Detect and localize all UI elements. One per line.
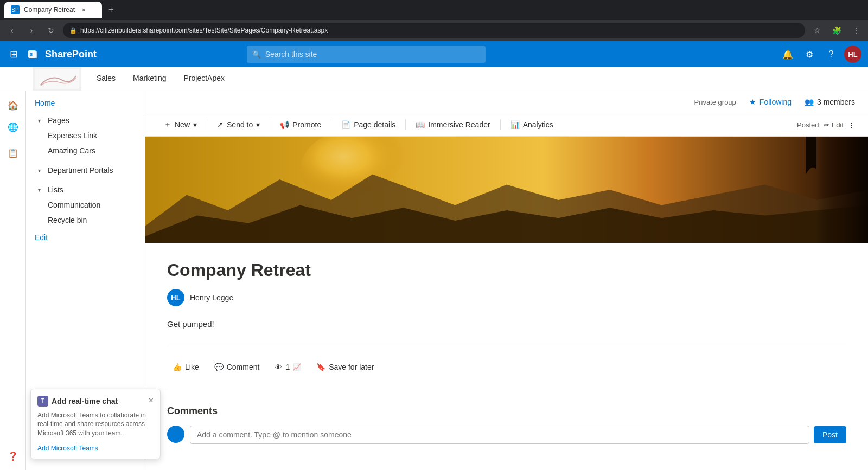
new-label: New <box>175 120 190 129</box>
edit-button[interactable]: ✏ Edit <box>824 121 844 129</box>
pages-collapse-icon: ▾ <box>35 116 43 125</box>
save-for-later-label: Save for later <box>329 363 374 371</box>
nav-edit-link[interactable]: Edit <box>26 230 145 245</box>
private-group-label: Private group <box>694 98 736 106</box>
nav-section-dept: ▾ Department Portals <box>26 160 145 180</box>
promote-button[interactable]: 📢 Promote <box>275 118 327 131</box>
cmd-sep4 <box>405 119 406 130</box>
analytics-label: Analytics <box>523 120 553 129</box>
hero-image <box>145 137 868 243</box>
lists-collapse-icon: ▾ <box>35 185 43 194</box>
save-for-later-button[interactable]: 🔖 Save for later <box>311 359 379 375</box>
notification-icon[interactable]: 🔔 <box>779 46 796 63</box>
like-label: Like <box>185 363 199 371</box>
send-to-button[interactable]: ↗ Send to ▾ <box>212 118 265 131</box>
url-text: https://citizenbuilders.sharepoint.com/s… <box>80 27 328 34</box>
following-button[interactable]: ★ Following <box>745 95 796 108</box>
comments-section: Comments Post <box>167 397 846 453</box>
chat-body-text: Add Microsoft Teams to collaborate in re… <box>37 411 154 438</box>
hero-mountains-svg <box>145 137 868 243</box>
cmd-sep3 <box>331 119 331 130</box>
back-button[interactable]: ‹ <box>4 23 20 38</box>
views-button[interactable]: 👁 1 📈 <box>269 359 307 375</box>
content-top-bar: Private group ★ Following 👥 3 members <box>145 91 868 113</box>
search-input[interactable] <box>265 50 480 59</box>
more-edit-icon[interactable]: ⋮ <box>848 121 855 129</box>
sidebar-icon-rail: 🏠 🌐 📋 ❓ <box>0 91 26 470</box>
analytics-icon: 📊 <box>510 120 520 129</box>
bookmark-button[interactable]: ☆ <box>809 23 825 38</box>
promote-icon: 📢 <box>280 120 289 129</box>
star-icon: ★ <box>749 98 756 106</box>
sub-nav-marketing[interactable]: Marketing <box>124 67 175 91</box>
dept-label: Department Portals <box>48 166 113 175</box>
page-details-icon: 📄 <box>341 120 350 129</box>
nav-sub-amazing-cars[interactable]: Amazing Cars <box>26 143 145 158</box>
page-details-button[interactable]: 📄 Page details <box>336 118 401 131</box>
thumbs-up-icon: 👍 <box>173 363 182 371</box>
commenter-avatar <box>167 426 184 443</box>
settings-icon[interactable]: ⚙ <box>801 46 818 63</box>
immersive-reader-button[interactable]: 📖 Immersive Reader <box>410 118 495 131</box>
author-row: HL Henry Legge <box>167 289 846 306</box>
divider-bottom <box>167 388 846 388</box>
forward-button[interactable]: › <box>24 23 39 38</box>
reader-icon: 📖 <box>416 120 425 129</box>
question-icon[interactable]: ❓ <box>3 446 23 466</box>
browser-chrome: SP Company Retreat ✕ + <box>0 0 868 20</box>
comment-input-wrapper: Post <box>190 426 846 444</box>
new-button[interactable]: ＋ New ▾ <box>158 118 202 132</box>
cmd-sep2 <box>270 119 270 130</box>
members-button[interactable]: 👥 3 members <box>805 98 855 106</box>
nav-item-pages[interactable]: ▾ Pages <box>26 113 145 128</box>
cmd-sep5 <box>500 119 501 130</box>
posted-label: Posted <box>797 121 819 129</box>
like-button[interactable]: 👍 Like <box>167 359 205 375</box>
site-logo-img <box>35 69 79 89</box>
views-eye-icon: 👁 <box>275 363 282 371</box>
nav-sub-expenses[interactable]: Expenses Link <box>26 128 145 143</box>
new-dropdown-icon: ▾ <box>193 120 197 129</box>
chat-close-icon[interactable]: × <box>149 396 154 405</box>
comment-input[interactable] <box>190 426 809 444</box>
sub-nav-projectapex[interactable]: ProjectApex <box>175 67 233 91</box>
author-name: Henry Legge <box>190 293 233 302</box>
nav-item-home[interactable]: Home <box>26 95 145 111</box>
search-box[interactable]: 🔍 <box>247 46 486 63</box>
header-actions: 🔔 ⚙ ? HL <box>779 46 861 63</box>
browser-tab[interactable]: SP Company Retreat ✕ <box>4 2 102 18</box>
sendto-dropdown-icon: ▾ <box>256 120 260 129</box>
home-icon[interactable]: 🏠 <box>3 95 23 115</box>
analytics-button[interactable]: 📊 Analytics <box>505 118 559 131</box>
help-icon[interactable]: ? <box>822 46 840 63</box>
content-area: Private group ★ Following 👥 3 members ＋ … <box>145 91 868 470</box>
nav-sub-recycle[interactable]: Recycle bin <box>26 213 145 228</box>
page-details-label: Page details <box>354 120 395 129</box>
nav-sub-communication[interactable]: Communication <box>26 197 145 213</box>
extensions-button[interactable]: 🧩 <box>829 23 844 38</box>
lock-icon: 🔒 <box>69 27 77 34</box>
url-bar[interactable]: 🔒 https://citizenbuilders.sharepoint.com… <box>63 23 805 38</box>
user-avatar[interactable]: HL <box>844 46 861 63</box>
menu-button[interactable]: ⋮ <box>848 23 864 38</box>
nav-item-lists[interactable]: ▾ Lists <box>26 182 145 197</box>
list-icon[interactable]: 📋 <box>3 143 23 163</box>
waffle-icon[interactable]: ⊞ <box>7 45 21 63</box>
post-button[interactable]: Post <box>814 426 846 443</box>
chat-widget: T Add real-time chat × Add Microsoft Tea… <box>30 389 161 459</box>
tab-close-icon[interactable]: ✕ <box>79 5 88 14</box>
reload-button[interactable]: ↻ <box>43 23 59 38</box>
nav-item-dept[interactable]: ▾ Department Portals <box>26 163 145 178</box>
author-avatar: HL <box>167 289 184 306</box>
globe-icon[interactable]: 🌐 <box>3 117 23 137</box>
sub-nav-sales[interactable]: Sales <box>88 67 124 91</box>
tab-title: Company Retreat <box>24 6 75 14</box>
chat-widget-header: T Add real-time chat × <box>37 396 154 407</box>
add-teams-link[interactable]: Add Microsoft Teams <box>37 445 98 452</box>
address-bar: ‹ › ↻ 🔒 https://citizenbuilders.sharepoi… <box>0 20 868 41</box>
svg-rect-6 <box>739 137 868 243</box>
comment-button[interactable]: 💬 Comment <box>209 359 265 375</box>
page-title-main: Company Retreat <box>167 260 846 280</box>
pages-label: Pages <box>48 116 69 125</box>
new-tab-button[interactable]: + <box>108 5 113 15</box>
